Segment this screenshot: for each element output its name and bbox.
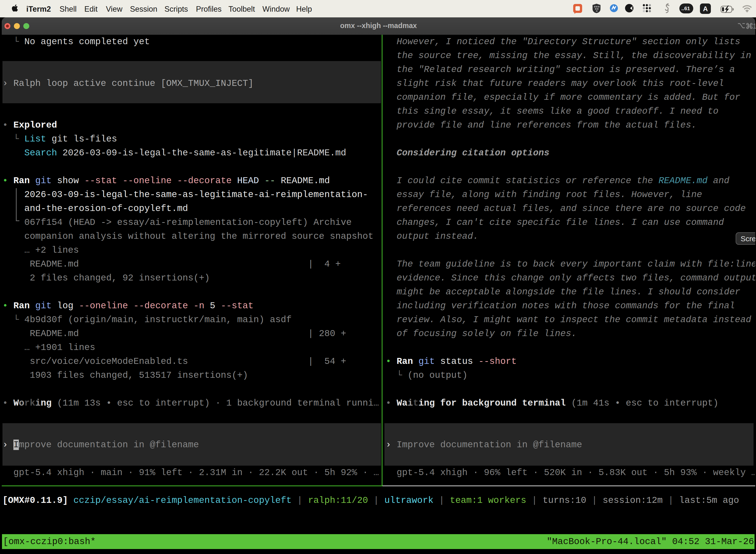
svg-text:1: 1 (753, 22, 756, 30)
